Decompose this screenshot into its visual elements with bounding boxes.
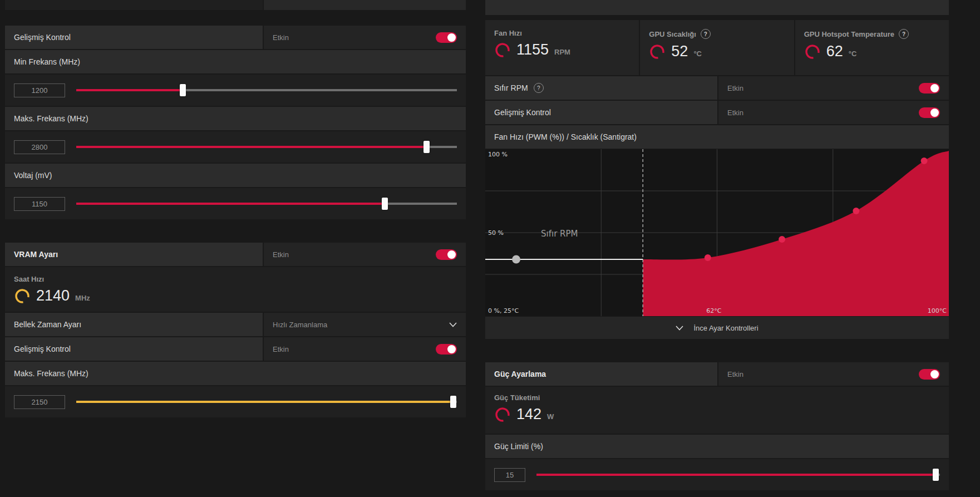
- vram-max-frequency-label-row: Maks. Frekans (MHz): [5, 362, 466, 385]
- min-frequency-label-row: Min Frekans (MHz): [5, 50, 466, 73]
- toggle-knob: [930, 84, 939, 92]
- zero-rpm-state: Etkin: [727, 84, 743, 92]
- gpu-advanced-control-row: Gelişmiş Kontrol Etkin: [5, 26, 466, 49]
- power-consumption-value: 142: [516, 406, 541, 423]
- power-title-cell: Güç Ayarlama: [485, 362, 717, 386]
- vram-title: VRAM Ayarı: [14, 250, 58, 259]
- gpu-hotspot-label: GPU Hotspot Temperature: [804, 30, 894, 38]
- fan-advanced-control-state-cell: Etkin: [718, 101, 949, 124]
- power-state: Etkin: [727, 370, 743, 378]
- slider-fill: [536, 474, 936, 476]
- slider-track[interactable]: [76, 89, 457, 91]
- fan-speed-unit: RPM: [554, 48, 570, 56]
- fan-advanced-control-row: Gelişmiş Kontrol Etkin: [485, 101, 949, 124]
- vram-max-frequency-slider-area: 2150: [5, 386, 466, 417]
- toggle-knob: [930, 109, 939, 117]
- gpu-advanced-control-state: Etkin: [273, 33, 289, 42]
- gpu-temp-label: GPU Sıcaklığı: [649, 30, 696, 38]
- help-icon[interactable]: ?: [899, 29, 909, 39]
- slider-track[interactable]: [76, 401, 457, 403]
- power-toggle[interactable]: [919, 369, 940, 380]
- voltage-slider-area: 1150: [5, 188, 466, 219]
- fan-speed-label: Fan Hızı: [494, 29, 630, 37]
- max-frequency-slider[interactable]: [76, 141, 457, 153]
- voltage-value[interactable]: 1150: [14, 197, 65, 211]
- zero-rpm-toggle[interactable]: [919, 83, 940, 94]
- memory-timing-select[interactable]: Hızlı Zamanlama: [264, 313, 466, 336]
- power-limit-label-row: Güç Limiti (%): [485, 435, 949, 458]
- svg-text:0 %, 25°C: 0 %, 25°C: [488, 307, 519, 314]
- fine-tuning-label: İnce Ayar Kontrolleri: [693, 324, 758, 332]
- fan-curve-point: [705, 254, 711, 261]
- vram-toggle[interactable]: [436, 249, 457, 260]
- slider-track[interactable]: [536, 474, 940, 476]
- toggle-knob: [447, 250, 456, 259]
- svg-text:100 %: 100 %: [488, 151, 508, 158]
- svg-text:100°C: 100°C: [928, 307, 947, 314]
- vram-clock-unit: MHz: [75, 294, 90, 302]
- max-frequency-value[interactable]: 2800: [14, 140, 65, 154]
- gpu-advanced-control-label: Gelişmiş Kontrol: [14, 33, 71, 42]
- fan-curve-title-row: Fan Hızı (PWM (%)) / Sıcaklık (Santigrat…: [485, 125, 949, 149]
- slider-fill: [76, 203, 385, 205]
- zero-rpm-handle: [512, 255, 520, 264]
- min-frequency-slider[interactable]: [76, 84, 457, 96]
- power-limit-slider[interactable]: [536, 469, 940, 481]
- svg-text:62°C: 62°C: [706, 307, 721, 314]
- fine-tuning-expander[interactable]: İnce Ayar Kontrolleri: [485, 317, 949, 339]
- fan-advanced-control-toggle[interactable]: [919, 107, 940, 118]
- power-header-row: Güç Ayarlama Etkin: [485, 362, 949, 386]
- gpu-temp-tile: GPU Sıcaklığı ? 52 °C: [640, 20, 794, 75]
- gpu-temp-unit: °C: [693, 50, 702, 58]
- vram-clock-label: Saat Hızı: [14, 275, 457, 283]
- vram-header-row: VRAM Ayarı Etkin: [5, 243, 466, 266]
- fan-curve-svg[interactable]: Sıfır RPM100 %50 %0 %, 25°C62°C100°C: [485, 149, 949, 316]
- fan-advanced-control-state: Etkin: [727, 109, 743, 117]
- gauge-icon: [14, 288, 31, 304]
- vram-advanced-control-row: Gelişmiş Kontrol Etkin: [5, 337, 466, 361]
- slider-track[interactable]: [76, 146, 457, 148]
- slider-handle[interactable]: [382, 198, 388, 210]
- power-limit-slider-area: 15: [485, 459, 949, 490]
- vram-clock-stat: Saat Hızı 2140 MHz: [5, 267, 466, 312]
- vram-max-frequency-slider[interactable]: [76, 396, 457, 408]
- fan-speed-tile: Fan Hızı 1155 RPM: [485, 20, 639, 75]
- fan-stats-tiles: Fan Hızı 1155 RPM GPU Sıcaklığı ?: [485, 20, 949, 75]
- slider-handle[interactable]: [423, 141, 430, 153]
- vram-max-frequency-value[interactable]: 2150: [14, 395, 65, 409]
- gpu-advanced-control-label-cell: Gelişmiş Kontrol: [5, 26, 263, 49]
- slider-handle[interactable]: [933, 469, 939, 481]
- help-icon[interactable]: ?: [701, 29, 711, 39]
- tuning-page: Gelişmiş Kontrol Etkin Min Frekans (MHz)…: [0, 0, 980, 497]
- zero-rpm-label: Sıfır RPM: [494, 83, 528, 92]
- gpu-advanced-control-state-cell: Etkin: [264, 26, 466, 49]
- slider-track[interactable]: [76, 203, 457, 205]
- power-limit-label: Güç Limiti (%): [494, 442, 543, 451]
- chevron-down-icon: [676, 326, 683, 331]
- gpu-hotspot-unit: °C: [849, 50, 857, 58]
- svg-text:50 %: 50 %: [488, 229, 504, 237]
- svg-text:Sıfır RPM: Sıfır RPM: [541, 229, 578, 239]
- slider-handle[interactable]: [450, 396, 456, 408]
- vram-advanced-control-label-cell: Gelişmiş Kontrol: [5, 337, 263, 361]
- min-frequency-value[interactable]: 1200: [14, 83, 65, 97]
- memory-timing-row: Bellek Zaman Ayarı Hızlı Zamanlama: [5, 313, 466, 336]
- clipped-panel-edge: [5, 0, 466, 10]
- min-frequency-slider-area: 1200: [5, 75, 466, 106]
- voltage-slider[interactable]: [76, 198, 457, 210]
- vram-title-cell: VRAM Ayarı: [5, 243, 263, 266]
- slider-handle[interactable]: [180, 84, 186, 96]
- fan-curve-chart[interactable]: Sıfır RPM100 %50 %0 %, 25°C62°C100°C: [485, 149, 949, 316]
- fan-curve-point: [921, 158, 928, 164]
- gpu-advanced-control-toggle[interactable]: [436, 32, 457, 43]
- max-frequency-label: Maks. Frekans (MHz): [14, 114, 88, 123]
- power-limit-value[interactable]: 15: [494, 468, 525, 482]
- power-consumption-label: Güç Tüketimi: [494, 393, 940, 402]
- help-icon[interactable]: ?: [534, 83, 544, 93]
- vram-advanced-control-toggle[interactable]: [436, 344, 457, 355]
- power-consumption-unit: W: [547, 412, 554, 421]
- vram-max-frequency-label: Maks. Frekans (MHz): [14, 369, 88, 378]
- toggle-knob: [447, 33, 456, 42]
- slider-fill: [76, 401, 453, 403]
- fan-curve-point: [853, 208, 859, 214]
